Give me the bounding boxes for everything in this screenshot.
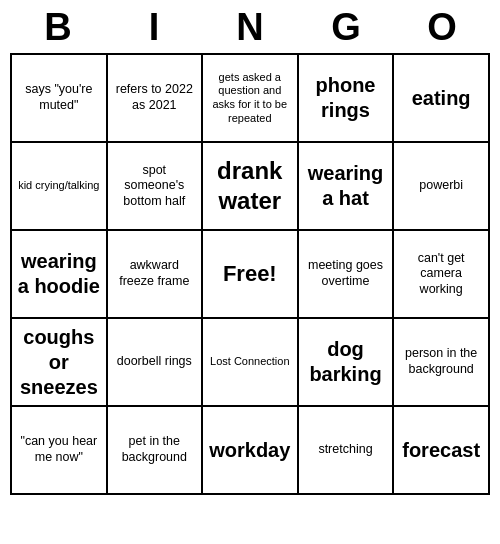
cell-r1-c4: powerbi — [393, 142, 489, 230]
title-letter-n: N — [220, 6, 280, 49]
title-letter-g: G — [316, 6, 376, 49]
cell-r0-c0: says "you're muted" — [11, 54, 107, 142]
cell-r0-c2: gets asked a question and asks for it to… — [202, 54, 298, 142]
cell-r0-c4: eating — [393, 54, 489, 142]
title-letter-i: I — [124, 6, 184, 49]
cell-r3-c1: doorbell rings — [107, 318, 202, 406]
cell-r0-c1: refers to 2022 as 2021 — [107, 54, 202, 142]
cell-r4-c2: workday — [202, 406, 298, 494]
cell-r2-c1: awkward freeze frame — [107, 230, 202, 318]
cell-r2-c4: can't get camera working — [393, 230, 489, 318]
cell-r3-c3: dog barking — [298, 318, 394, 406]
cell-r1-c2: drank water — [202, 142, 298, 230]
cell-r3-c4: person in the background — [393, 318, 489, 406]
cell-r4-c0: "can you hear me now" — [11, 406, 107, 494]
bingo-grid: says "you're muted"refers to 2022 as 202… — [10, 53, 490, 495]
cell-r2-c0: wearing a hoodie — [11, 230, 107, 318]
cell-r1-c3: wearing a hat — [298, 142, 394, 230]
cell-r0-c3: phone rings — [298, 54, 394, 142]
cell-r4-c3: stretching — [298, 406, 394, 494]
cell-r2-c2: Free! — [202, 230, 298, 318]
cell-r1-c0: kid crying/talking — [11, 142, 107, 230]
cell-r2-c3: meeting goes overtime — [298, 230, 394, 318]
cell-r4-c1: pet in the background — [107, 406, 202, 494]
cell-r3-c0: coughs or sneezes — [11, 318, 107, 406]
title-letter-o: O — [412, 6, 472, 49]
bingo-title: B I N G O — [10, 0, 490, 53]
cell-r1-c1: spot someone's bottom half — [107, 142, 202, 230]
cell-r4-c4: forecast — [393, 406, 489, 494]
cell-r3-c2: Lost Connection — [202, 318, 298, 406]
title-letter-b: B — [28, 6, 88, 49]
